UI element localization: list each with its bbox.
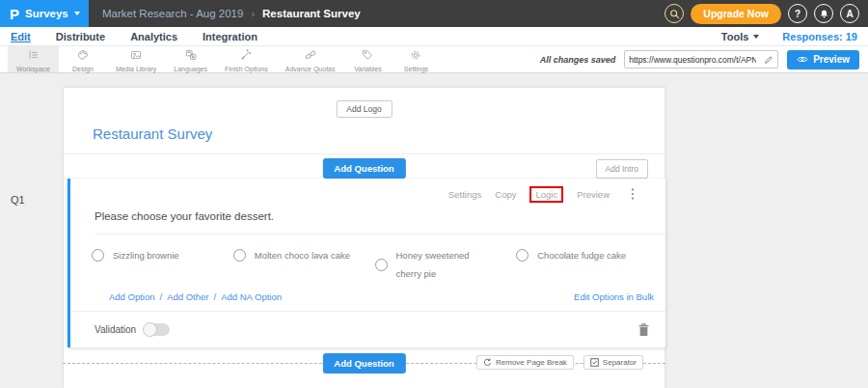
search-icon[interactable]	[665, 4, 684, 23]
responses-count[interactable]: Responses: 19	[782, 31, 857, 42]
answer-option[interactable]: Molten choco lava cake	[233, 246, 375, 264]
add-question-button-bottom[interactable]: Add Question	[322, 353, 405, 374]
answer-options: Sizzling brownie Molten choco lava cake …	[92, 246, 658, 283]
breadcrumb: Market Research - Aug 2019 › Restaurant …	[102, 8, 361, 19]
workspace-icon	[27, 47, 39, 65]
tool-label: Variables	[354, 66, 382, 72]
divider	[64, 153, 665, 154]
preview-button[interactable]: Preview	[787, 50, 859, 69]
question-logic-link-highlighted[interactable]: Logic	[529, 186, 563, 203]
breadcrumb-separator: ›	[251, 8, 255, 19]
add-intro-button[interactable]: Add Intro	[596, 159, 649, 179]
editor-canvas: Q1 Add Logo Restaurant Survey Add Questi…	[0, 73, 868, 388]
question-preview-link[interactable]: Preview	[577, 189, 610, 200]
editor-toolbar: Workspace Design Media Library Languages…	[0, 46, 868, 73]
link-separator: /	[160, 291, 163, 302]
page-break-buttons: Remove Page Break Separator	[476, 355, 643, 370]
question-card: Settings Copy Logic Preview Please choos…	[68, 179, 665, 347]
kebab-menu-icon[interactable]	[631, 187, 635, 205]
tool-label: Finish Options	[225, 66, 268, 72]
tool-label: Workspace	[16, 66, 50, 72]
notifications-bell-icon[interactable]	[814, 4, 833, 23]
toolbar-item-variables[interactable]: Variables	[343, 46, 392, 72]
add-other-link[interactable]: Add Other	[167, 291, 208, 302]
option-label: Molten choco lava cake	[255, 246, 350, 264]
delete-question-trash-icon[interactable]	[637, 322, 650, 337]
toolbar-item-languages[interactable]: Languages	[165, 46, 216, 72]
question-settings-link[interactable]: Settings	[448, 189, 481, 200]
toolbar-item-settings[interactable]: Settings	[392, 46, 440, 72]
toolbar-item-workspace[interactable]: Workspace	[8, 46, 59, 72]
add-question-button-top[interactable]: Add Question	[322, 158, 405, 179]
tab-analytics[interactable]: Analytics	[130, 31, 177, 42]
topbar-actions: Upgrade Now ? A	[665, 4, 868, 24]
option-links-row: Add Option / Add Other / Add NA Option E…	[109, 291, 654, 302]
survey-url-field	[624, 50, 778, 69]
tab-distribute[interactable]: Distribute	[56, 31, 105, 42]
account-avatar[interactable]: A	[840, 4, 859, 23]
toolbar-right: All changes saved Preview	[540, 46, 868, 72]
tools-dropdown[interactable]: Tools	[721, 31, 760, 42]
survey-title[interactable]: Restaurant Survey	[93, 125, 212, 142]
add-na-option-link[interactable]: Add NA Option	[221, 291, 282, 302]
validation-toggle[interactable]	[144, 323, 170, 336]
validation-label: Validation	[95, 324, 136, 335]
tool-label: Media Library	[116, 66, 156, 72]
languages-icon	[185, 47, 197, 65]
separator-label: Separator	[603, 358, 637, 367]
questionpro-logo: P	[10, 7, 19, 21]
settings-gear-icon	[410, 47, 421, 65]
variables-tag-icon	[362, 47, 373, 65]
validation-row: Validation	[95, 311, 650, 347]
toolbar-item-finish-options[interactable]: Finish Options	[216, 46, 277, 72]
edit-options-in-bulk-link[interactable]: Edit Options in Bulk	[574, 291, 654, 302]
answer-option[interactable]: Honey sweetened cherry pie	[375, 246, 517, 283]
top-bar: P Surveys Market Research - Aug 2019 › R…	[0, 0, 868, 27]
answer-option[interactable]: Chocolate fudge cake	[516, 246, 658, 264]
media-library-icon	[130, 47, 142, 65]
help-icon[interactable]: ?	[788, 4, 807, 23]
radio-icon[interactable]	[92, 249, 104, 262]
tab-integration[interactable]: Integration	[203, 31, 258, 42]
main-nav: Edit Distribute Analytics Integration To…	[0, 27, 868, 46]
tab-edit[interactable]: Edit	[11, 31, 31, 42]
remove-page-break-button[interactable]: Remove Page Break	[476, 355, 574, 370]
tool-label: Languages	[174, 66, 207, 72]
toggle-knob	[143, 322, 157, 337]
breadcrumb-folder[interactable]: Market Research - Aug 2019	[102, 8, 243, 19]
edit-url-pencil-icon[interactable]	[760, 51, 777, 68]
divider	[95, 234, 665, 235]
chevron-down-icon	[74, 12, 80, 15]
preview-label: Preview	[813, 54, 850, 65]
checkbox-checked-icon	[590, 358, 599, 367]
advance-quotas-chain-icon	[305, 47, 316, 65]
tool-label: Design	[72, 66, 94, 72]
add-option-link[interactable]: Add Option	[109, 291, 155, 302]
option-label: Chocolate fudge cake	[537, 246, 626, 264]
product-name: Surveys	[25, 8, 68, 19]
separator-button[interactable]: Separator	[583, 355, 643, 370]
tool-label: Settings	[404, 66, 428, 72]
radio-icon[interactable]	[233, 249, 246, 262]
answer-option[interactable]: Sizzling brownie	[92, 246, 233, 264]
upgrade-now-button[interactable]: Upgrade Now	[691, 4, 781, 24]
toolbar-item-design[interactable]: Design	[59, 46, 107, 72]
toolbar-item-media-library[interactable]: Media Library	[107, 46, 165, 72]
design-palette-icon	[77, 47, 89, 65]
question-actions: Settings Copy Logic Preview	[448, 189, 610, 200]
nav-right: Tools Responses: 19	[721, 31, 857, 42]
surveys-menu[interactable]: P Surveys	[0, 0, 89, 27]
survey-url-input[interactable]	[625, 55, 760, 65]
toolbar-item-advance-quotas[interactable]: Advance Quotas	[277, 46, 344, 72]
save-status: All changes saved	[540, 55, 616, 65]
page-break-row: Add Question Remove Page Break Separator	[63, 351, 665, 376]
refresh-icon	[483, 358, 492, 367]
question-text[interactable]: Please choose your favorite dessert.	[95, 210, 274, 222]
questionpro-survey-editor: P Surveys Market Research - Aug 2019 › R…	[0, 0, 868, 73]
link-separator: /	[214, 291, 217, 302]
add-logo-button[interactable]: Add Logo	[336, 100, 392, 118]
finish-options-wand-icon	[240, 47, 252, 65]
radio-icon[interactable]	[516, 249, 529, 262]
question-copy-link[interactable]: Copy	[495, 189, 516, 200]
radio-icon[interactable]	[375, 259, 388, 271]
